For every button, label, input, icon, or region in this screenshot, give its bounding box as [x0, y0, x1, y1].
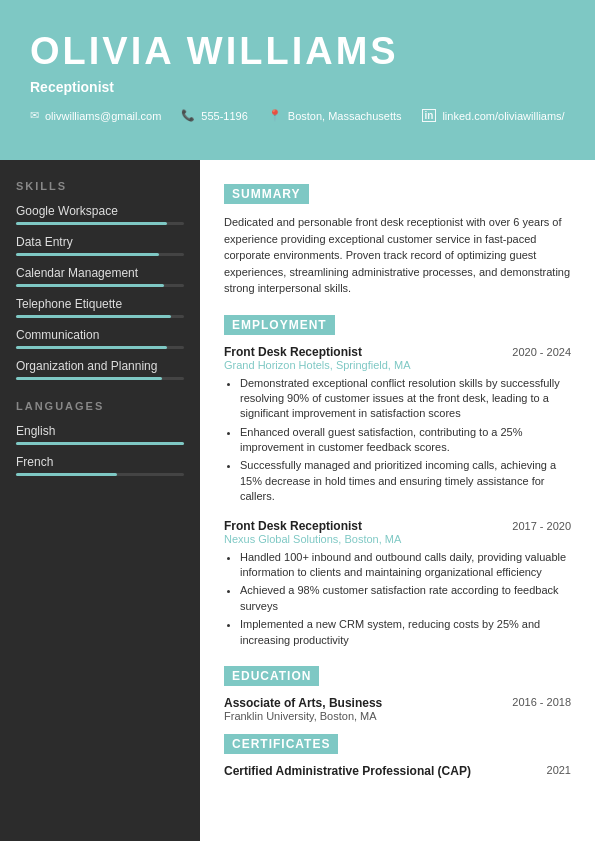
job-company: Nexus Global Solutions, Boston, MA: [224, 533, 571, 545]
header: OLIVIA WILLIAMS Receptionist ✉ olivwilli…: [0, 0, 595, 160]
education-item: Associate of Arts, Business 2016 - 2018 …: [224, 696, 571, 722]
job-bullets: Handled 100+ inbound and outbound calls …: [224, 550, 571, 648]
phone-value: 555-1196: [201, 110, 248, 122]
languages-section-title: LANGUAGES: [16, 400, 184, 412]
cert-year: 2021: [547, 764, 571, 778]
bullet-item: Enhanced overall guest satisfaction, con…: [240, 425, 571, 456]
education-section: EDUCATION Associate of Arts, Business 20…: [224, 662, 571, 722]
right-panel: SUMMARY Dedicated and personable front d…: [200, 160, 595, 841]
skill-bar-fill: [16, 222, 167, 225]
cert-name: Certified Administrative Professional (C…: [224, 764, 471, 778]
skills-list: Google Workspace Data Entry Calendar Man…: [16, 204, 184, 380]
language-bar: [16, 473, 184, 476]
skill-bar: [16, 253, 184, 256]
job-header: Front Desk Receptionist 2020 - 2024: [224, 345, 571, 359]
email-contact: ✉ olivwilliams@gmail.com: [30, 109, 161, 122]
linkedin-value: linked.com/oliviawilliams/: [442, 110, 564, 122]
skill-bar: [16, 315, 184, 318]
skill-item: Google Workspace: [16, 204, 184, 225]
certificates-section: CERTIFICATES Certified Administrative Pr…: [224, 730, 571, 778]
location-contact: 📍 Boston, Massachusetts: [268, 109, 402, 122]
jobs-list: Front Desk Receptionist 2020 - 2024 Gran…: [224, 345, 571, 648]
job-dates: 2017 - 2020: [512, 520, 571, 532]
location-value: Boston, Massachusetts: [288, 110, 402, 122]
bullet-item: Handled 100+ inbound and outbound calls …: [240, 550, 571, 581]
skill-bar-fill: [16, 377, 162, 380]
skill-bar: [16, 284, 184, 287]
job-dates: 2020 - 2024: [512, 346, 571, 358]
skills-section-title: SKILLS: [16, 180, 184, 192]
language-item: French: [16, 455, 184, 476]
education-heading: EDUCATION: [224, 666, 319, 686]
contact-info: ✉ olivwilliams@gmail.com 📞 555-1196 📍 Bo…: [30, 109, 565, 122]
certificates-list: Certified Administrative Professional (C…: [224, 764, 571, 778]
job-bullets: Demonstrated exceptional conflict resolu…: [224, 376, 571, 505]
candidate-title: Receptionist: [30, 79, 565, 95]
job-item: Front Desk Receptionist 2020 - 2024 Gran…: [224, 345, 571, 505]
employment-section: EMPLOYMENT Front Desk Receptionist 2020 …: [224, 311, 571, 648]
employment-heading: EMPLOYMENT: [224, 315, 335, 335]
bullet-item: Achieved a 98% customer satisfaction rat…: [240, 583, 571, 614]
skill-name: Telephone Etiquette: [16, 297, 184, 311]
language-item: English: [16, 424, 184, 445]
language-name: English: [16, 424, 184, 438]
skill-bar: [16, 377, 184, 380]
main-content: SKILLS Google Workspace Data Entry Calen…: [0, 160, 595, 841]
language-bar: [16, 442, 184, 445]
phone-contact: 📞 555-1196: [181, 109, 248, 122]
skill-bar: [16, 222, 184, 225]
job-item: Front Desk Receptionist 2017 - 2020 Nexu…: [224, 519, 571, 648]
skill-bar-fill: [16, 346, 167, 349]
edu-header: Associate of Arts, Business 2016 - 2018: [224, 696, 571, 710]
phone-icon: 📞: [181, 109, 195, 122]
bullet-item: Successfully managed and prioritized inc…: [240, 458, 571, 504]
edu-dates: 2016 - 2018: [512, 696, 571, 710]
skill-item: Organization and Planning: [16, 359, 184, 380]
skill-item: Calendar Management: [16, 266, 184, 287]
skill-name: Data Entry: [16, 235, 184, 249]
skill-name: Communication: [16, 328, 184, 342]
linkedin-icon: in: [422, 109, 437, 122]
skill-bar-fill: [16, 315, 171, 318]
sidebar: SKILLS Google Workspace Data Entry Calen…: [0, 160, 200, 841]
language-bar-fill: [16, 473, 117, 476]
skill-name: Google Workspace: [16, 204, 184, 218]
languages-list: English French: [16, 424, 184, 476]
job-header: Front Desk Receptionist 2017 - 2020: [224, 519, 571, 533]
skill-name: Organization and Planning: [16, 359, 184, 373]
certificate-item: Certified Administrative Professional (C…: [224, 764, 571, 778]
summary-section: SUMMARY Dedicated and personable front d…: [224, 180, 571, 297]
linkedin-contact: in linked.com/oliviawilliams/: [422, 109, 565, 122]
skill-bar-fill: [16, 284, 164, 287]
education-list: Associate of Arts, Business 2016 - 2018 …: [224, 696, 571, 722]
summary-heading: SUMMARY: [224, 184, 309, 204]
bullet-item: Demonstrated exceptional conflict resolu…: [240, 376, 571, 422]
bullet-item: Implemented a new CRM system, reducing c…: [240, 617, 571, 648]
skill-bar: [16, 346, 184, 349]
email-value: olivwilliams@gmail.com: [45, 110, 161, 122]
candidate-name: OLIVIA WILLIAMS: [30, 30, 565, 73]
skill-item: Data Entry: [16, 235, 184, 256]
location-icon: 📍: [268, 109, 282, 122]
edu-degree: Associate of Arts, Business: [224, 696, 382, 710]
skill-bar-fill: [16, 253, 159, 256]
language-name: French: [16, 455, 184, 469]
edu-school: Franklin University, Boston, MA: [224, 710, 571, 722]
skill-item: Communication: [16, 328, 184, 349]
skill-name: Calendar Management: [16, 266, 184, 280]
skill-item: Telephone Etiquette: [16, 297, 184, 318]
language-bar-fill: [16, 442, 184, 445]
job-company: Grand Horizon Hotels, Springfield, MA: [224, 359, 571, 371]
certificates-heading: CERTIFICATES: [224, 734, 338, 754]
job-title: Front Desk Receptionist: [224, 345, 362, 359]
job-title: Front Desk Receptionist: [224, 519, 362, 533]
summary-text: Dedicated and personable front desk rece…: [224, 214, 571, 297]
email-icon: ✉: [30, 109, 39, 122]
